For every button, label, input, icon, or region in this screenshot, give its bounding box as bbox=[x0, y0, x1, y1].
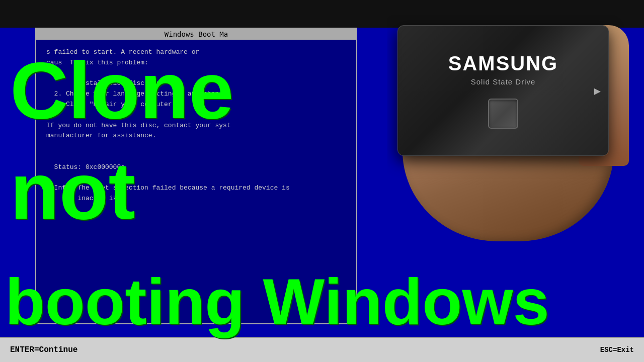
overlay-booting-text: booting Windows bbox=[5, 269, 549, 334]
overlay-clone-text: Clone bbox=[10, 50, 233, 131]
samsung-ssd-image: SAMSUNG Solid State Drive ▶ bbox=[387, 15, 634, 241]
ssd-card: SAMSUNG Solid State Drive ▶ bbox=[397, 25, 609, 156]
ssd-subtitle: Solid State Drive bbox=[471, 77, 536, 86]
overlay-not-text: not bbox=[10, 151, 135, 231]
enter-continue-label: ENTER=Continue bbox=[10, 345, 77, 354]
ssd-arrow: ▶ bbox=[594, 84, 601, 97]
esc-exit-label: ESC=Exit bbox=[600, 346, 634, 354]
samsung-logo: SAMSUNG bbox=[448, 52, 558, 75]
boot-manager-title: Windows Boot Ma bbox=[36, 29, 356, 40]
bottom-bar: ENTER=Continue ESC=Exit bbox=[0, 337, 644, 362]
ssd-fingerprint-sensor bbox=[488, 99, 518, 129]
